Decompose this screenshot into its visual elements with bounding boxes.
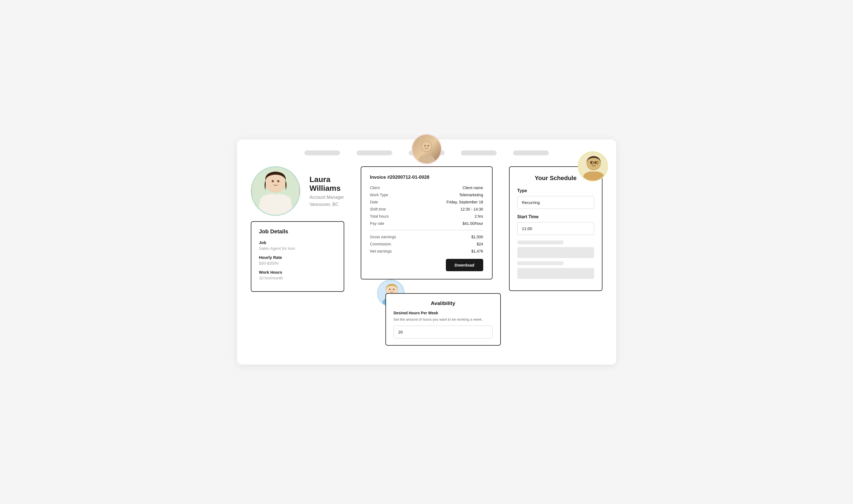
schedule-starttime-input[interactable] xyxy=(517,222,594,235)
invoice-label-client: Client xyxy=(370,185,380,190)
svg-point-14 xyxy=(389,289,390,290)
profile-top: Laura Williams Account Manager Vancouver… xyxy=(251,166,344,216)
invoice-value-commission: $24 xyxy=(477,242,483,246)
job-label-hours: Work Hours xyxy=(259,270,336,274)
svg-point-2 xyxy=(422,141,432,151)
schedule-skeleton-3 xyxy=(517,261,563,265)
job-label-job: Job xyxy=(259,240,336,245)
schedule-card: Your Schedule Type Start Time xyxy=(509,166,603,291)
availability-field-desc: Set the amount of hours you want to be w… xyxy=(394,317,492,322)
svg-point-9 xyxy=(277,180,279,182)
job-value-rate: $30-$35/hr xyxy=(259,261,336,266)
svg-point-15 xyxy=(393,289,394,290)
invoice-row-net: Net earnings $1,476 xyxy=(370,249,483,253)
profile-section: Laura Williams Account Manager Vancouver… xyxy=(251,166,344,292)
invoice-label-net: Net earnings xyxy=(370,249,392,253)
job-details-card: Job Details Job Sales Agent for Aon Hour… xyxy=(251,221,344,292)
invoice-row-worktype: Work Type Telemarketing xyxy=(370,193,483,197)
job-field-rate: Hourly Rate $30-$35/hr xyxy=(259,255,336,266)
top-profile-avatar xyxy=(412,134,442,164)
invoice-value-shift: 12:30 - 14:30 xyxy=(460,207,483,211)
invoice-value-hours: 2 hrs xyxy=(474,214,483,218)
invoice-label-payrate: Pay rate xyxy=(370,221,384,226)
job-value-hours: 10 hrs/month xyxy=(259,276,336,280)
svg-point-1 xyxy=(418,155,435,163)
invoice-row-payrate: Pay rate $41.00/hour xyxy=(370,221,483,226)
job-field-job: Job Sales Agent for Aon xyxy=(259,240,336,251)
invoice-row-gross: Gross earnings $1,500 xyxy=(370,235,483,239)
profile-role: Account Manager xyxy=(310,195,344,200)
content-area: Laura Williams Account Manager Vancouver… xyxy=(251,166,603,346)
invoice-row-shift: Shift time 12:30 - 14:30 xyxy=(370,207,483,211)
invoice-row-date: Date Friday, September 18 xyxy=(370,200,483,204)
availability-field-label: Desired Hours Per Week xyxy=(394,311,492,315)
svg-point-3 xyxy=(424,145,425,147)
availability-hours-input[interactable] xyxy=(394,326,492,339)
invoice-label-commission: Commission xyxy=(370,242,391,246)
svg-point-8 xyxy=(272,180,274,182)
invoice-value-date: Friday, September 18 xyxy=(447,200,483,204)
nav-pill-4 xyxy=(461,150,497,155)
invoice-number: Invoice #20200712-01-0028 xyxy=(370,175,483,180)
schedule-avatar xyxy=(578,151,608,181)
availability-title: Avalibility xyxy=(394,300,492,306)
profile-name: Laura Williams xyxy=(310,175,344,193)
schedule-skeleton-2 xyxy=(517,247,594,258)
profile-avatar xyxy=(251,166,300,216)
invoice-label-gross: Gross earnings xyxy=(370,235,396,239)
invoice-row-commission: Commission $24 xyxy=(370,242,483,246)
profile-info: Laura Williams Account Manager Vancouver… xyxy=(307,175,344,207)
schedule-skeleton-1 xyxy=(517,240,563,244)
schedule-starttime-label: Start Time xyxy=(517,214,594,219)
schedule-type-input[interactable] xyxy=(517,196,594,209)
invoice-label-shift: Shift time xyxy=(370,207,386,211)
job-details-title: Job Details xyxy=(259,228,336,235)
invoice-label-worktype: Work Type xyxy=(370,193,388,197)
invoice-value-gross: $1,500 xyxy=(471,235,483,239)
invoice-row-hours: Total hours 2 hrs xyxy=(370,214,483,218)
top-nav xyxy=(251,150,603,155)
invoice-value-client: Client name xyxy=(463,185,483,190)
invoice-value-net: $1,476 xyxy=(471,249,483,253)
nav-pill-1 xyxy=(304,150,340,155)
invoice-card: Invoice #20200712-01-0028 Client Client … xyxy=(361,166,492,280)
svg-point-21 xyxy=(595,162,597,163)
schedule-section: Your Schedule Type Start Time xyxy=(509,166,603,291)
job-value-job: Sales Agent for Aon xyxy=(259,246,336,251)
download-button[interactable]: Download xyxy=(446,259,483,271)
svg-point-4 xyxy=(428,145,429,147)
job-field-hours: Work Hours 10 hrs/month xyxy=(259,270,336,280)
schedule-skeleton-4 xyxy=(517,268,594,279)
schedule-type-label: Type xyxy=(517,188,594,193)
invoice-label-date: Date xyxy=(370,200,378,204)
invoice-divider xyxy=(370,230,483,230)
invoice-row-client: Client Client name xyxy=(370,185,483,190)
profile-location: Vancouver, BC xyxy=(310,202,344,207)
middle-section: Invoice #20200712-01-0028 Client Client … xyxy=(352,166,501,346)
nav-pill-5 xyxy=(513,150,549,155)
availability-wrapper: Avalibility Desired Hours Per Week Set t… xyxy=(385,293,501,346)
nav-pill-2 xyxy=(356,150,392,155)
availability-card: Avalibility Desired Hours Per Week Set t… xyxy=(385,293,501,346)
invoice-value-worktype: Telemarketing xyxy=(459,193,483,197)
invoice-value-payrate: $41.00/hour xyxy=(463,221,483,226)
job-label-rate: Hourly Rate xyxy=(259,255,336,260)
invoice-label-hours: Total hours xyxy=(370,214,389,218)
main-container: Laura Williams Account Manager Vancouver… xyxy=(237,140,616,364)
svg-point-20 xyxy=(591,162,592,163)
